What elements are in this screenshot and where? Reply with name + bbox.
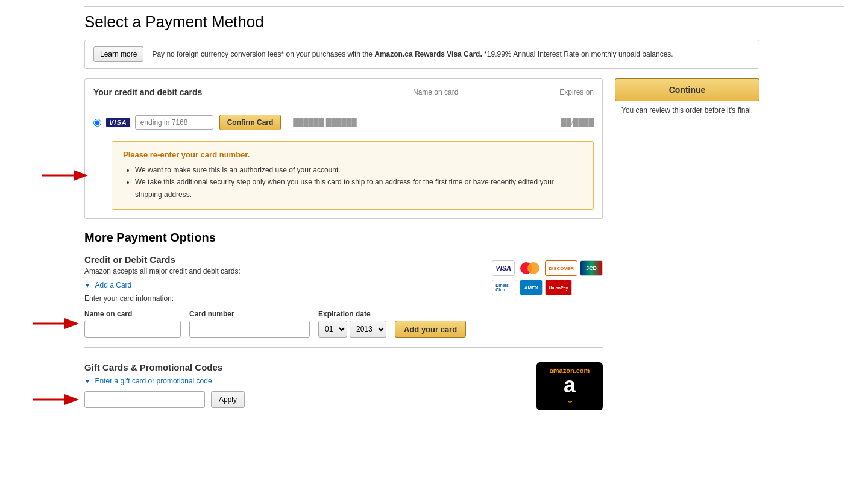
card-expires-col: ██/████: [533, 118, 594, 127]
visa-card-logo: VISA: [492, 260, 515, 276]
new-card-number-input[interactable]: [189, 321, 310, 338]
gift-card-logo: amazon.com a ⌣: [536, 362, 603, 410]
learn-more-button[interactable]: Learn more: [93, 46, 143, 62]
add-card-button[interactable]: Add your card: [395, 321, 466, 338]
amex-logo: AMEX: [520, 280, 542, 295]
card-section-title: Your credit and debit cards: [93, 87, 413, 97]
gift-layout: Gift Cards & Promotional Codes ▼ Enter a…: [84, 362, 603, 410]
card-row: VISA Confirm Card ██████ ██████ ██/████: [93, 110, 594, 135]
payment-form-area: Credit or Debit Cards Amazon accepts all…: [84, 254, 480, 338]
gift-triangle-icon: ▼: [84, 378, 90, 385]
name-on-card-group: Name on card: [84, 310, 181, 338]
banner-text-prefix: Pay no foreign currency conversion fees*…: [152, 50, 374, 58]
gift-code-input[interactable]: [84, 391, 205, 408]
visa-logo: VISA: [106, 118, 130, 127]
rewards-banner: Learn more Pay no foreign currency conve…: [84, 40, 760, 69]
add-card-form: Name on card Card number Expiration date: [84, 310, 480, 338]
expiration-group: Expiration date 01020304 05060708 091011…: [318, 310, 386, 338]
confirm-card-button[interactable]: Confirm Card: [219, 115, 281, 130]
card-number-label: Card number: [189, 310, 310, 318]
exp-year-select[interactable]: 2013201420152016 2017201820192020: [350, 321, 386, 338]
banner-brand: Amazon.ca Rewards Visa Card.: [374, 50, 482, 58]
diners-logo: Diners Club: [492, 280, 517, 295]
card-number-group: Card number: [189, 310, 310, 338]
discover-card-logo: DISCOVER: [545, 260, 577, 276]
card-logos-area: VISA DISCOVER JCB Diners Club AMEX: [492, 254, 603, 338]
warning-bullet-2: We take this additional security step on…: [135, 176, 582, 201]
red-arrow-2: [33, 315, 81, 333]
card-logos-row-2: Diners Club AMEX UnionPay: [492, 280, 603, 295]
gift-link-row: ▼ Enter a gift card or promotional code: [84, 376, 524, 385]
add-card-link-row: ▼ Add a Card: [84, 280, 480, 289]
right-column: Continue You can review this order befor…: [615, 78, 760, 410]
banner-text-suffix: *19.99% Annual Interest Rate on monthly …: [482, 50, 673, 58]
gift-card-link[interactable]: Enter a gift card or promotional code: [95, 377, 212, 385]
left-column: Your credit and debit cards Name on card…: [84, 78, 603, 410]
triangle-icon: ▼: [84, 282, 90, 289]
more-payment-title: More Payment Options: [84, 231, 603, 245]
enter-card-info: Enter your card information:: [84, 294, 480, 303]
form-row-wrapper: Name on card Card number Expiration date: [84, 310, 480, 338]
warning-bullet-1: We want to make sure this is an authoriz…: [135, 164, 582, 176]
credit-debit-title: Credit or Debit Cards: [84, 254, 480, 265]
expiration-label: Expiration date: [318, 310, 386, 318]
payment-methods-section: Credit or Debit Cards Amazon accepts all…: [84, 254, 603, 338]
card-logos-row-1: VISA DISCOVER JCB: [492, 260, 603, 276]
col-name-header: Name on card: [413, 88, 533, 96]
section-divider: [84, 347, 603, 348]
apply-button[interactable]: Apply: [211, 391, 245, 408]
jcb-card-logo: JCB: [580, 260, 603, 276]
name-on-card-label: Name on card: [84, 310, 181, 318]
page-title: Select a Payment Method: [84, 6, 844, 31]
gift-logo-smile: ⌣: [567, 396, 573, 406]
card-section-header: Your credit and debit cards Name on card…: [93, 87, 594, 102]
add-card-link[interactable]: Add a Card: [95, 281, 132, 289]
gift-code-row: Apply: [84, 391, 524, 408]
red-arrow-3: [33, 391, 81, 409]
svg-point-5: [527, 262, 539, 274]
gift-section: Gift Cards & Promotional Codes ▼ Enter a…: [84, 362, 603, 410]
continue-note: You can review this order before it's fi…: [615, 106, 760, 115]
warning-list: We want to make sure this is an authoriz…: [123, 164, 582, 201]
continue-note-text: You can review this order before it's fi…: [621, 106, 753, 115]
gift-input-wrapper: Apply: [84, 391, 524, 408]
card-number-input[interactable]: [135, 115, 213, 130]
continue-button[interactable]: Continue: [615, 78, 760, 101]
warning-box: Please re-enter your card number. We wan…: [112, 141, 594, 210]
warning-title: Please re-enter your card number.: [123, 150, 582, 159]
gift-logo-letter: a: [564, 374, 576, 396]
warning-container: Please re-enter your card number. We wan…: [93, 141, 594, 210]
main-layout: Your credit and debit cards Name on card…: [84, 78, 760, 410]
gift-form: Gift Cards & Promotional Codes ▼ Enter a…: [84, 362, 524, 410]
card-name-col: ██████ ██████: [281, 118, 533, 127]
red-arrow-1: [42, 166, 90, 184]
banner-text: Pay no foreign currency conversion fees*…: [152, 49, 673, 60]
col-expires-header: Expires on: [533, 88, 594, 96]
exp-selects: 01020304 05060708 09101112 2013201420152…: [318, 321, 386, 338]
name-on-card-input[interactable]: [84, 321, 181, 338]
card-section: Your credit and debit cards Name on card…: [84, 78, 603, 219]
mastercard-logo: [517, 260, 542, 276]
exp-month-select[interactable]: 01020304 05060708 09101112: [318, 321, 347, 338]
gift-cards-title: Gift Cards & Promotional Codes: [84, 362, 524, 372]
unionpay-logo: UnionPay: [545, 280, 571, 295]
card-radio[interactable]: [93, 119, 101, 127]
credit-debit-desc: Amazon accepts all major credit and debi…: [84, 267, 480, 275]
